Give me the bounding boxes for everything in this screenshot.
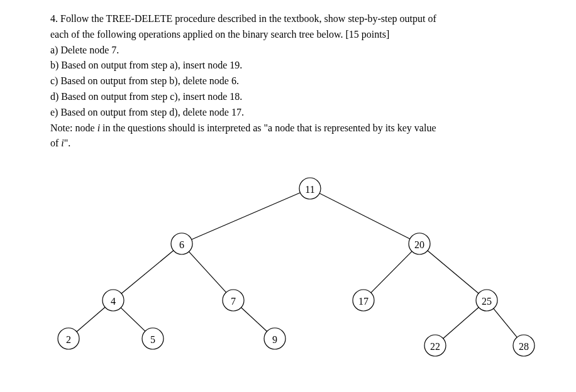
question-note-line2: of i".	[50, 136, 526, 151]
tree-edge	[121, 251, 174, 293]
tree-node-9: 9	[264, 328, 285, 349]
tree-node-7: 7	[223, 290, 244, 311]
question-item-c: c) Based on output from step b), delete …	[50, 74, 526, 89]
tree-edge	[189, 252, 226, 293]
note-line2-post: ".	[64, 138, 71, 148]
tree-node-label: 5	[150, 334, 155, 345]
tree-node-label: 20	[414, 239, 424, 250]
tree-node-20: 20	[409, 233, 430, 254]
tree-node-11: 11	[299, 178, 321, 199]
tree-node-label: 2	[66, 334, 71, 345]
tree-node-2: 2	[58, 328, 79, 349]
note-pre: Note: node	[50, 122, 97, 133]
question-item-a: a) Delete node 7.	[50, 43, 526, 58]
binary-search-tree-diagram: 116204717252592228	[0, 163, 576, 392]
tree-node-label: 6	[179, 239, 184, 250]
question-text-block: 4. Follow the TREE-DELETE procedure desc…	[50, 11, 526, 151]
tree-node-label: 28	[519, 341, 529, 352]
question-intro-line1: 4. Follow the TREE-DELETE procedure desc…	[50, 11, 526, 27]
question-note-line1: Note: node i in the questions should is …	[50, 121, 526, 136]
tree-node-5: 5	[142, 328, 163, 349]
question-item-d: d) Based on output from step c), insert …	[50, 89, 526, 105]
tree-node-6: 6	[171, 233, 192, 254]
tree-node-label: 7	[231, 296, 236, 307]
tree-edge	[241, 308, 267, 332]
question-item-e: e) Based on output from step d), delete …	[50, 105, 526, 121]
tree-node-label: 22	[430, 341, 440, 352]
tree-node-label: 4	[111, 296, 116, 307]
tree-node-label: 25	[482, 296, 492, 307]
tree-node-22: 22	[424, 335, 446, 356]
tree-edge	[371, 251, 412, 293]
tree-node-28: 28	[513, 335, 534, 356]
tree-node-label: 9	[272, 334, 277, 345]
tree-node-17: 17	[353, 290, 374, 311]
tree-edge	[121, 308, 145, 331]
tree-node-4: 4	[102, 290, 124, 311]
tree-svg: 116204717252592228	[0, 163, 576, 392]
question-item-b: b) Based on output from step a), insert …	[50, 58, 526, 74]
tree-edge	[494, 308, 517, 337]
tree-edge	[443, 307, 479, 339]
note-mid: in the questions should is interpreted a…	[100, 122, 436, 133]
note-line2-pre: of	[50, 138, 61, 148]
tree-node-label: 17	[358, 296, 368, 307]
tree-edge	[319, 193, 410, 239]
tree-edge	[77, 307, 105, 332]
tree-node-25: 25	[476, 290, 497, 311]
tree-node-label: 11	[305, 184, 314, 195]
tree-edge	[192, 193, 301, 240]
tree-edge	[428, 251, 479, 293]
question-intro-line2: each of the following operations applied…	[50, 27, 526, 43]
